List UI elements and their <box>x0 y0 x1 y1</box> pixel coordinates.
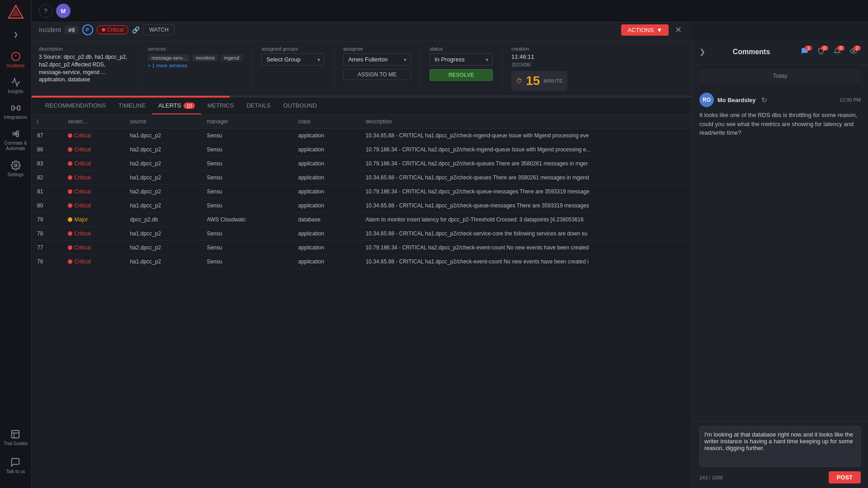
cell-severity: Critical <box>62 199 124 213</box>
cell-class: database <box>292 213 360 227</box>
cell-source: ha1.dpcc_p2 <box>124 129 201 143</box>
sidebar-item-incidents[interactable]: Incidents <box>0 47 31 73</box>
sidebar-item-correlate[interactable]: Correlate &Automate <box>0 124 31 156</box>
services-more[interactable]: + 1 more services <box>148 63 243 68</box>
svg-line-11 <box>15 132 16 134</box>
cell-severity: Critical <box>62 143 124 157</box>
comment-refresh-icon[interactable]: ↻ <box>761 96 767 104</box>
close-incident-button[interactable]: ✕ <box>672 24 684 36</box>
timer-number: 15 <box>526 74 540 88</box>
cell-description: Alarm to monitor insert latency for dpcc… <box>360 213 692 227</box>
table-row[interactable]: 80 Critical ha1.dpcc_p2 Sensu applicatio… <box>32 199 692 213</box>
sidebar-label-insights: Insights <box>8 89 23 94</box>
sidebar-collapse[interactable]: ❮ <box>10 27 22 42</box>
cell-class: application <box>292 241 360 255</box>
sidebar: ❮ Incidents Insights Integrations Correl… <box>0 0 32 488</box>
table-row[interactable]: 81 Critical ha2.dpcc_p2 Sensu applicatio… <box>32 185 692 199</box>
comment-text: It looks like one of the RDS dbs is thro… <box>699 111 861 137</box>
timer-box: ⏱ 15 MINUTE <box>511 71 567 91</box>
shield-icon-button[interactable]: 0 <box>814 46 828 58</box>
sidebar-label-integrations: Integrations <box>4 115 27 120</box>
table-row[interactable]: 86 Critical ha2.dpcc_p2 Sensu applicatio… <box>32 143 692 157</box>
table-row[interactable]: 79 Major dpcc_p2.db AWS Cloudwatc databa… <box>32 213 692 227</box>
assignee-label: assignee <box>343 46 411 52</box>
char-count: 143 / 1000 <box>699 475 723 480</box>
creation-label: creation <box>511 46 567 52</box>
assign-me-button[interactable]: ASSIGN TO ME <box>343 69 411 80</box>
cell-id: 83 <box>32 157 62 171</box>
sidebar-item-integrations[interactable]: Integrations <box>0 99 31 124</box>
col-id: i <box>32 115 62 129</box>
assignee-dropdown[interactable]: Ames Fullerton <box>343 53 411 66</box>
comments-panel-title: Comments <box>733 48 770 56</box>
cell-manager: AWS Cloudwatc <box>201 213 292 227</box>
table-row[interactable]: 77 Critical ha2.dpcc_p2 Sensu applicatio… <box>32 241 692 255</box>
select-group-dropdown[interactable]: Select Group <box>261 53 325 66</box>
cell-class: application <box>292 185 360 199</box>
app-logo[interactable] <box>8 5 24 23</box>
svg-rect-14 <box>12 431 19 438</box>
svg-rect-6 <box>17 106 19 110</box>
svg-point-10 <box>16 134 18 137</box>
user-avatar[interactable]: M <box>56 4 71 18</box>
table-row[interactable]: 87 Critical ha1.dpcc_p2 Sensu applicatio… <box>32 129 692 143</box>
table-row[interactable]: 82 Critical ha1.dpcc_p2 Sensu applicatio… <box>32 171 692 185</box>
alerts-count-badge: 10 <box>184 103 194 109</box>
sidebar-item-talk[interactable]: Talk to us <box>4 453 28 479</box>
tab-metrics[interactable]: METRICS <box>201 98 241 114</box>
cell-description: 10.34.65.88 - CRITICAL ha1.dpcc_p2/check… <box>360 255 692 269</box>
sidebar-label-settings: Settings <box>7 172 24 177</box>
resolve-button[interactable]: RESOLVE <box>429 69 493 81</box>
cell-description: 10.79.186.34 - CRITICAL ha2.dpcc_p2/chec… <box>360 143 692 157</box>
sidebar-item-insights[interactable]: Insights <box>0 73 31 99</box>
cell-class: application <box>292 129 360 143</box>
tab-timeline[interactable]: TIMELINE <box>112 98 152 114</box>
tab-recommendations[interactable]: RECOMMENDATIONS <box>39 98 112 114</box>
table-row[interactable]: 76 Critical ha1.dpcc_p2 Sensu applicatio… <box>32 255 692 269</box>
watch-button[interactable]: WATCH <box>143 24 175 35</box>
cell-id: 86 <box>32 143 62 157</box>
sidebar-label-trial: Trial Guides <box>4 441 28 446</box>
cell-source: ha2.dpcc_p2 <box>124 143 201 157</box>
cell-id: 78 <box>32 227 62 241</box>
comment-input[interactable] <box>699 426 861 467</box>
cell-description: 10.34.65.88 - CRITICAL ha1.dpcc_p2/check… <box>360 129 692 143</box>
tab-details[interactable]: DETAILS <box>240 98 277 114</box>
col-source: source <box>124 115 201 129</box>
col-class: class <box>292 115 360 129</box>
sidebar-label-correlate: Correlate &Automate <box>4 141 27 151</box>
comment-time: 12:00 PM <box>840 97 861 103</box>
tab-alerts[interactable]: ALERTS 10 <box>152 98 201 114</box>
post-button[interactable]: POST <box>829 471 861 483</box>
help-button[interactable]: ? <box>39 4 52 18</box>
tab-outbound[interactable]: OUTBOUND <box>277 98 323 114</box>
col-severity: severi... <box>62 115 124 129</box>
description-value: 3 Source: dpcc_p2.db, ha1.dpcc_p2, ha2.d… <box>39 53 129 84</box>
commenter-name: Mo Beardsley <box>717 97 756 103</box>
actions-button[interactable]: ACTIONS ▼ <box>621 24 669 36</box>
cell-severity: Critical <box>62 157 124 171</box>
status-dropdown[interactable]: In Progress <box>429 53 493 66</box>
cell-description: 10.79.186.34 - CRITICAL ha2.dpcc_p2/chec… <box>360 157 692 171</box>
timer-clock-icon: ⏱ <box>516 77 522 84</box>
sidebar-label-incidents: Incidents <box>6 63 24 68</box>
cell-severity: Critical <box>62 129 124 143</box>
service-tag-1: monitors <box>192 54 218 61</box>
eye-icon-button[interactable]: 2 <box>846 46 861 58</box>
bell-icon-button[interactable]: 0 <box>830 46 844 58</box>
sidebar-item-settings[interactable]: Settings <box>0 156 31 182</box>
incident-priority-badge: P <box>82 24 93 35</box>
panel-expand-button[interactable]: ❯ <box>699 47 705 56</box>
cell-source: ha2.dpcc_p2 <box>124 185 201 199</box>
cell-manager: Sensu <box>201 143 292 157</box>
sidebar-item-trial[interactable]: Trial Guides <box>4 425 28 451</box>
incident-number: #9 <box>65 26 78 34</box>
comments-icon-button[interactable]: 1 <box>797 46 812 58</box>
cell-class: application <box>292 171 360 185</box>
table-row[interactable]: 78 Critical ha1.dpcc_p2 Sensu applicatio… <box>32 227 692 241</box>
cell-class: application <box>292 143 360 157</box>
svg-point-18 <box>853 50 854 52</box>
table-row[interactable]: 83 Critical ha2.dpcc_p2 Sensu applicatio… <box>32 157 692 171</box>
cell-id: 87 <box>32 129 62 143</box>
svg-point-13 <box>14 164 17 167</box>
